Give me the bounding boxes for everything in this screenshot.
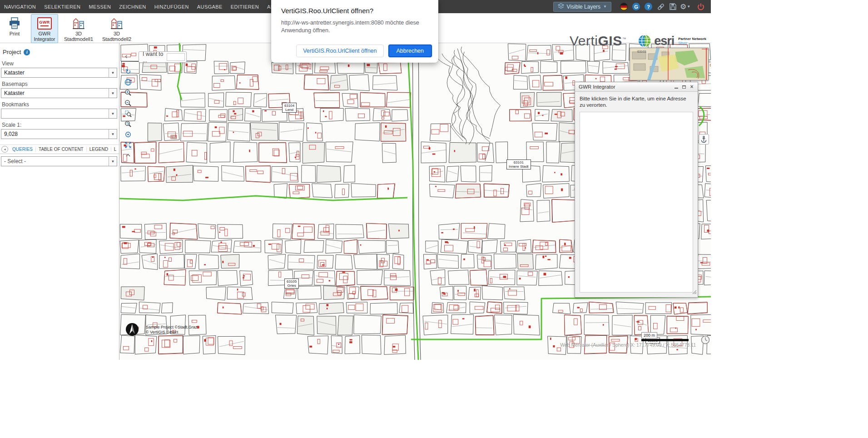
gear-icon: ⚙ (680, 3, 686, 10)
buildings-3d-icon (110, 16, 124, 30)
chevron-down-icon[interactable]: ▼ (109, 109, 117, 118)
brand-area: VertiGIS™ esri Partner NetworkSilver (570, 26, 706, 55)
open-url-client-button[interactable]: VertiGIS.Roo.UrlClient öffnen (296, 45, 383, 57)
clock-icon (700, 335, 710, 345)
printer-icon (8, 16, 21, 30)
save-button[interactable] (668, 2, 678, 11)
buildings-3d-icon (72, 16, 85, 30)
chevron-down-icon[interactable]: ▼ (109, 89, 117, 98)
anchor-icon (700, 136, 707, 143)
district-label-gries: 63105Gries (284, 279, 299, 289)
zoom-window-button[interactable] (123, 109, 133, 118)
globe-button[interactable] (123, 77, 133, 87)
resize-handle[interactable] (692, 288, 697, 296)
left-sidebar: Project i View Kataster ▼ Basemaps Katas… (0, 43, 119, 360)
menu-messen[interactable]: MESSEN (84, 4, 115, 10)
esri-logo: esri Partner NetworkSilver (638, 34, 706, 48)
cancel-button[interactable]: Abbrechen (388, 45, 432, 57)
settings-button[interactable]: ⚙▼ (680, 2, 690, 11)
scalebar-label: 200 m (641, 332, 657, 338)
panel-content[interactable] (580, 112, 693, 293)
info-icon[interactable]: i (24, 49, 30, 55)
scalebar: 200 m (641, 330, 689, 341)
map-viewport[interactable]: ‹ I want to ... ↻ (119, 43, 711, 360)
district-label-lend: 63104Lend (282, 103, 297, 113)
maximize-button[interactable] (681, 84, 687, 90)
zoom-window-icon (124, 110, 132, 117)
chevron-down-icon[interactable]: ▼ (109, 68, 117, 77)
link-icon (657, 3, 665, 11)
basemaps-value: Kataster (1, 90, 109, 96)
scale-dropdown[interactable]: 9,028 ▼ (1, 129, 117, 139)
menu-ausgabe[interactable]: AUSGABE (193, 4, 227, 10)
dialog-body: http://w-ws-antretter.synergis.intern:80… (271, 15, 438, 35)
panel-titlebar[interactable]: GWR Integrator × (575, 82, 698, 92)
scale-value: 9,028 (1, 131, 109, 137)
scale-label: Scale 1: (2, 122, 119, 128)
chevron-down-icon: ▼ (603, 5, 607, 9)
close-button[interactable]: × (689, 84, 695, 90)
language-globe-icon (620, 3, 628, 10)
esri-globe-icon (638, 35, 651, 47)
view-label: View (2, 60, 119, 67)
minimize-icon (675, 85, 678, 89)
menu-navigation[interactable]: NAVIGATION (0, 4, 40, 10)
i-want-to-button[interactable]: I want to ... (139, 51, 187, 63)
gwr-icon: GWR (37, 16, 52, 30)
basemaps-dropdown[interactable]: Kataster ▼ (1, 88, 117, 98)
logout-button[interactable] (696, 2, 705, 11)
tool-label: Print (10, 31, 20, 36)
minimize-button[interactable] (673, 84, 680, 90)
locate-button[interactable] (123, 129, 133, 139)
help-button[interactable]: ? (644, 2, 653, 11)
chevron-down-icon[interactable]: ▼ (109, 129, 117, 139)
i-want-to-input[interactable] (167, 53, 185, 61)
visible-layers-button[interactable]: Visible Layers ▼ (553, 2, 611, 12)
menu-editieren[interactable]: EDITIEREN (227, 4, 263, 10)
view-value: Kataster (1, 70, 109, 76)
query-select-value: - Select - (1, 158, 109, 164)
language-button[interactable] (619, 2, 629, 11)
share-link-button[interactable] (656, 2, 665, 11)
toolbar-collapse-button[interactable] (123, 150, 133, 160)
tool-label: 3D Stadtmodell2 (100, 31, 133, 42)
sidebar-tabs: ◄ QUERIES TABLE OF CONTENT LEGEND L ► ► (0, 144, 119, 154)
gwr-integrator-button[interactable]: GWR GWR Integrator (31, 14, 58, 43)
vertigis-logo: VertiGIS™ (570, 33, 626, 49)
sidebar-collapse-button[interactable]: ‹ (125, 52, 128, 60)
tab-truncated[interactable]: L (111, 147, 119, 152)
tabs-scroll-left-button[interactable]: ◄ (1, 146, 8, 153)
help-icon: ? (645, 3, 652, 10)
menu-zeichnen[interactable]: ZEICHNEN (115, 4, 150, 10)
bookmarks-dropdown[interactable]: ▼ (1, 109, 117, 119)
anchor-tool-button[interactable] (699, 134, 709, 144)
menu-selektieren[interactable]: SELEKTIEREN (40, 4, 84, 10)
i-want-to-label: I want to ... (139, 51, 167, 64)
history-clock-button[interactable] (699, 334, 711, 345)
zoom-out-button[interactable] (123, 98, 133, 108)
stadtmodell1-button[interactable]: 3D Stadtmodell1 (61, 14, 96, 43)
chevron-down-icon[interactable]: ▼ (109, 157, 117, 166)
full-extent-button[interactable] (123, 140, 133, 149)
scalebar-bar (641, 339, 689, 341)
print-button[interactable]: Print (1, 14, 28, 41)
view-dropdown[interactable]: Kataster ▼ (1, 68, 117, 78)
refresh-icon: ↻ (125, 68, 131, 75)
zoom-in-button[interactable] (123, 88, 133, 97)
tab-legend[interactable]: LEGEND (87, 147, 111, 152)
tab-table-of-content[interactable]: TABLE OF CONTENT (36, 147, 87, 152)
dialog-title: VertiGIS.Roo.UrlClient öffnen? (271, 0, 438, 15)
app-window: NAVIGATION SELEKTIEREN MESSEN ZEICHNEN H… (0, 0, 711, 438)
globe-icon (124, 79, 132, 86)
refresh-button[interactable]: ↻ (123, 67, 133, 76)
tool-label: GWR Integrator (32, 31, 57, 42)
geoportal-button[interactable]: G (631, 2, 641, 11)
tool-label: 3D Stadtmodell1 (62, 31, 95, 42)
g-icon: G (632, 3, 640, 10)
gwr-integrator-panel: GWR Integrator × Bitte klicken Sie in di… (575, 82, 698, 298)
menu-hinzufuegen[interactable]: HINZUFÜGEN (150, 4, 193, 10)
zoom-previous-button[interactable] (123, 119, 133, 129)
tab-queries[interactable]: QUERIES (10, 147, 36, 152)
query-select-dropdown[interactable]: - Select - ▼ (1, 156, 117, 166)
stadtmodell2-button[interactable]: 3D Stadtmodell2 (99, 14, 134, 43)
